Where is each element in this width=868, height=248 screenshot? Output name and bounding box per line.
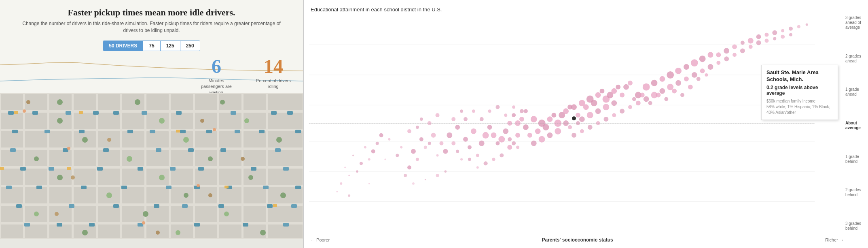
svg-rect-24 (268, 113, 303, 129)
svg-rect-13 (1, 113, 23, 129)
stat-percent: 14 Percent of driversidling (256, 57, 291, 95)
svg-point-283 (547, 116, 553, 122)
svg-rect-57 (195, 169, 217, 185)
svg-rect-43 (146, 150, 169, 166)
svg-point-264 (476, 166, 479, 169)
svg-point-222 (336, 191, 338, 192)
svg-point-364 (733, 53, 737, 57)
svg-rect-173 (16, 204, 22, 208)
svg-point-113 (184, 193, 188, 198)
svg-rect-143 (150, 130, 155, 133)
svg-point-259 (503, 128, 508, 134)
city-svg (0, 93, 303, 239)
svg-point-340 (636, 100, 641, 105)
svg-point-274 (504, 113, 507, 117)
svg-rect-61 (1, 187, 23, 203)
tooltip-race2: 40% Asian/other (766, 110, 796, 115)
svg-point-345 (675, 80, 681, 86)
svg-rect-9 (195, 94, 217, 110)
svg-rect-90 (122, 224, 144, 238)
chart-title: Educational attainment in each school di… (311, 6, 442, 13)
svg-point-219 (384, 158, 386, 160)
svg-point-102 (244, 118, 249, 123)
svg-point-228 (424, 146, 427, 149)
svg-rect-64 (74, 187, 96, 203)
svg-point-266 (492, 158, 495, 161)
svg-rect-175 (113, 204, 119, 208)
svg-point-97 (57, 99, 63, 105)
svg-rect-46 (219, 150, 241, 166)
svg-point-115 (34, 212, 39, 216)
svg-point-267 (500, 153, 504, 157)
svg-rect-50 (25, 169, 47, 185)
svg-point-370 (781, 35, 785, 39)
driver-btn-75[interactable]: 75 (143, 41, 160, 51)
scatter-plot-container (304, 15, 844, 232)
svg-rect-139 (12, 130, 18, 133)
svg-rect-77 (98, 206, 120, 222)
svg-rect-132 (93, 111, 99, 115)
svg-rect-56 (171, 169, 193, 185)
svg-rect-76 (74, 206, 96, 222)
svg-point-349 (708, 64, 713, 70)
line-chart-area: 6 Minutespassengers arewaiting 14 Percen… (0, 53, 303, 93)
driver-btn-250[interactable]: 250 (180, 41, 200, 51)
svg-rect-26 (25, 131, 47, 148)
svg-rect-153 (188, 148, 194, 152)
svg-rect-37 (1, 150, 23, 166)
svg-rect-180 (291, 204, 297, 208)
svg-rect-8 (171, 94, 193, 110)
svg-rect-156 (20, 167, 26, 171)
svg-point-236 (451, 141, 455, 145)
driver-btn-50[interactable]: 50 DRIVERS (103, 41, 143, 51)
svg-point-127 (55, 212, 59, 216)
svg-rect-11 (243, 94, 266, 110)
svg-point-120 (260, 230, 266, 235)
scatter-svg (304, 15, 844, 232)
svg-point-257 (495, 141, 500, 145)
svg-point-98 (57, 118, 63, 124)
svg-point-378 (648, 101, 652, 105)
svg-point-112 (106, 192, 112, 198)
svg-point-226 (416, 158, 419, 161)
svg-rect-47 (243, 150, 266, 166)
svg-point-241 (425, 179, 426, 180)
svg-point-214 (371, 150, 375, 154)
driver-btn-125[interactable]: 125 (161, 41, 180, 51)
svg-rect-70 (219, 187, 241, 203)
svg-rect-34 (219, 131, 241, 148)
svg-rect-85 (1, 224, 23, 238)
svg-rect-66 (122, 187, 144, 203)
right-panel: Educational attainment in each school di… (304, 0, 868, 248)
svg-rect-20 (171, 113, 193, 129)
stat-percent-label: Percent of driversidling (256, 78, 291, 90)
svg-point-314 (595, 108, 601, 114)
svg-rect-129 (8, 111, 14, 115)
svg-point-234 (439, 141, 443, 145)
svg-rect-33 (195, 131, 217, 148)
svg-point-199 (213, 128, 216, 131)
svg-rect-165 (36, 186, 42, 189)
svg-point-118 (82, 230, 88, 235)
svg-point-230 (431, 133, 436, 138)
svg-rect-142 (127, 130, 133, 133)
svg-rect-18 (122, 113, 144, 129)
svg-point-383 (688, 85, 693, 90)
svg-rect-84 (268, 206, 303, 222)
svg-point-337 (691, 59, 698, 66)
svg-point-287 (563, 108, 569, 114)
svg-rect-14 (25, 113, 47, 129)
city-simulation (0, 93, 303, 248)
svg-point-263 (468, 158, 471, 161)
svg-point-197 (197, 184, 200, 187)
svg-point-229 (419, 137, 423, 141)
svg-rect-179 (267, 204, 273, 208)
svg-point-363 (724, 56, 729, 61)
svg-point-122 (200, 119, 204, 123)
svg-rect-160 (170, 167, 176, 171)
svg-rect-58 (219, 169, 241, 185)
svg-point-272 (488, 109, 491, 113)
svg-point-348 (700, 68, 705, 73)
svg-point-237 (456, 150, 459, 153)
svg-point-356 (764, 33, 768, 37)
